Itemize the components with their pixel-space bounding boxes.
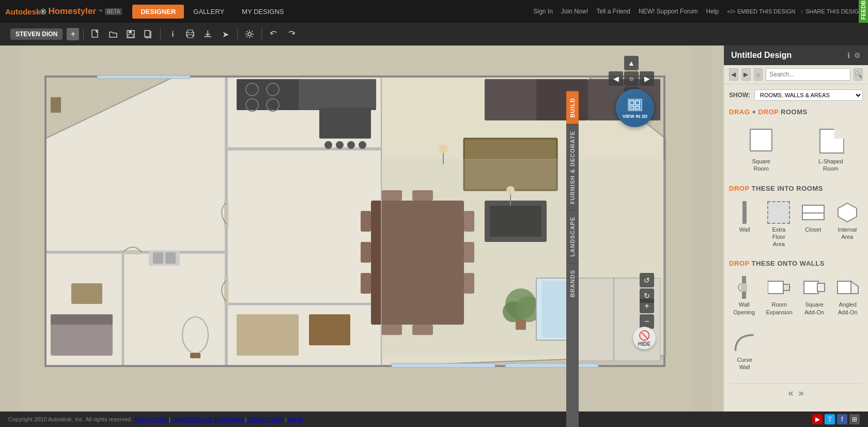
closet-label: Closet: [805, 226, 821, 233]
join-now-link[interactable]: Join Now!: [561, 8, 588, 15]
open-file-btn[interactable]: [105, 26, 121, 42]
view-2d-button[interactable]: VIEW IN 2D: [616, 89, 654, 127]
square-add-on-label: SquareAdd-On: [804, 301, 824, 316]
legal-link[interactable]: Legal Notices & Trademarks: [172, 416, 243, 422]
undo-btn[interactable]: [266, 26, 282, 42]
closet-card[interactable]: Closet: [798, 197, 829, 252]
add-tab-button[interactable]: +: [67, 28, 79, 40]
youtube-icon[interactable]: ▶: [812, 414, 823, 424]
rotate-ccw-btn[interactable]: ↺: [640, 273, 654, 287]
settings-icon[interactable]: ⚙: [854, 51, 861, 59]
panel-search-input[interactable]: [766, 68, 850, 81]
hide-btn[interactable]: 🚫 HIDE: [633, 327, 656, 349]
about-link[interactable]: About: [288, 416, 303, 422]
square-room-shape: [750, 129, 772, 151]
svg-rect-97: [838, 281, 851, 294]
help-link[interactable]: Help: [706, 8, 719, 15]
embed-share-area: </> EMBED THIS DESIGN ↑ SHARE THIS DESIG…: [727, 8, 863, 14]
privacy-link[interactable]: Privacy Policy: [248, 416, 283, 422]
extra-floor-area-card[interactable]: Extra FloorArea: [763, 197, 794, 252]
copy-btn[interactable]: [141, 26, 156, 42]
support-forum-link[interactable]: NEW! Support Forum: [639, 8, 698, 15]
svg-rect-91: [741, 283, 747, 292]
canvas-area: ▲ ◀ ⊙ ▶ ▼ + − ↺ ↻ 🚫 HIDE: [0, 45, 711, 411]
curve-wall-shape: [733, 331, 756, 354]
svg-rect-79: [505, 363, 598, 368]
tab-build[interactable]: BUILD: [566, 91, 579, 124]
room-expansion-card[interactable]: RoomExpansion: [763, 272, 796, 319]
twitter-icon[interactable]: 𝕋: [825, 414, 835, 424]
angled-addon-shape: [836, 277, 859, 298]
show-row: SHOW: ROOMS, WALLS & AREAS ROOMS ONLY WA…: [729, 89, 863, 101]
share2-btn[interactable]: ➤: [218, 26, 233, 42]
collapse-down-arrow[interactable]: »: [799, 388, 804, 399]
search-go-btn[interactable]: 🔍: [854, 68, 863, 81]
nav-designer[interactable]: DESIGNER: [132, 5, 184, 19]
pan-center-btn[interactable]: ⊙: [624, 71, 639, 86]
pan-right-btn[interactable]: ▶: [640, 71, 654, 86]
svg-rect-52: [71, 283, 102, 304]
user-tab[interactable]: STEVEN DION: [10, 28, 63, 40]
curve-wall-card[interactable]: CurveWall: [729, 328, 760, 375]
info-btn[interactable]: i: [165, 26, 180, 42]
l-shaped-room-icon: [815, 125, 846, 156]
svg-rect-58: [536, 79, 588, 120]
pan-up-btn[interactable]: ▲: [624, 56, 639, 70]
feedback-tab[interactable]: FEEDBACK: [859, 0, 868, 23]
embed-design-btn[interactable]: </> EMBED THIS DESIGN: [727, 8, 795, 14]
l-shaped-room-card[interactable]: L-ShapedRoom: [799, 121, 863, 176]
internal-area-card[interactable]: InternalArea: [832, 197, 863, 252]
panel-header-icons: ℹ ⚙: [847, 51, 861, 59]
drag-label: DRAG: [729, 108, 750, 116]
svg-rect-37: [361, 273, 371, 294]
microsoft-icon[interactable]: ⊞: [849, 414, 860, 424]
nav-gallery[interactable]: GALLERY: [185, 5, 233, 19]
settings-btn[interactable]: [242, 26, 257, 42]
tell-friend-link[interactable]: Tell a Friend: [597, 8, 630, 15]
svg-rect-51: [51, 314, 113, 325]
pan-left-btn[interactable]: ◀: [609, 71, 623, 86]
rotate-cw-btn[interactable]: ↻: [640, 288, 654, 303]
angled-add-on-card[interactable]: AngledAdd-On: [832, 272, 863, 319]
rotate-controls: ↺ ↻: [640, 273, 654, 303]
svg-marker-89: [838, 203, 857, 222]
new-file-btn[interactable]: [88, 26, 103, 42]
wall-label: Wall: [739, 226, 750, 233]
square-room-icon: [746, 125, 777, 156]
panel-header: Untitled Design ℹ ⚙: [724, 45, 868, 65]
redo-btn[interactable]: [284, 26, 299, 42]
back-btn[interactable]: ◀: [729, 68, 738, 81]
internal-area-shape: [837, 202, 858, 223]
sign-in-link[interactable]: Sign In: [533, 8, 552, 15]
extra-floor-area-icon: [767, 201, 790, 224]
svg-rect-53: [237, 314, 299, 356]
share-design-btn[interactable]: ↑ SHARE THIS DESIGN: [800, 8, 863, 14]
tab-furnish[interactable]: FURNISH & DECORATE: [566, 124, 579, 210]
tab-brands[interactable]: BRANDS: [566, 263, 579, 303]
nav-my-designs[interactable]: MY DESIGNS: [234, 5, 292, 19]
forward-btn[interactable]: ▶: [741, 68, 751, 81]
floor-plan-view[interactable]: [0, 45, 711, 411]
footer: Copyright 2010 Autodesk, Inc. All rights…: [0, 411, 868, 427]
square-room-card[interactable]: SquareRoom: [729, 121, 794, 176]
into-rooms-grid: Wall Extra FloorArea Closet: [729, 197, 863, 252]
terms-link[interactable]: Terms of Use: [134, 416, 167, 422]
info-icon[interactable]: ℹ: [847, 51, 850, 59]
svg-rect-48: [347, 141, 355, 149]
svg-rect-56: [190, 353, 200, 358]
toolbar-separator-1: [83, 28, 84, 40]
home-btn[interactable]: ⌂: [754, 68, 763, 81]
svg-rect-54: [309, 314, 350, 345]
svg-rect-45: [319, 108, 371, 139]
wall-opening-card[interactable]: WallOpening: [729, 272, 760, 319]
wall-opening-shape: [734, 276, 754, 299]
wall-card[interactable]: Wall: [729, 197, 760, 252]
tab-landscape[interactable]: LANDSCAPE: [566, 210, 579, 263]
save-btn[interactable]: [123, 26, 138, 42]
print-btn[interactable]: [182, 26, 198, 42]
show-select[interactable]: ROOMS, WALLS & AREAS ROOMS ONLY WALLS ON…: [754, 89, 863, 101]
square-add-on-card[interactable]: SquareAdd-On: [799, 272, 830, 319]
facebook-icon[interactable]: f: [837, 414, 847, 424]
export-btn[interactable]: [200, 26, 215, 42]
collapse-up-arrow[interactable]: «: [788, 388, 793, 399]
